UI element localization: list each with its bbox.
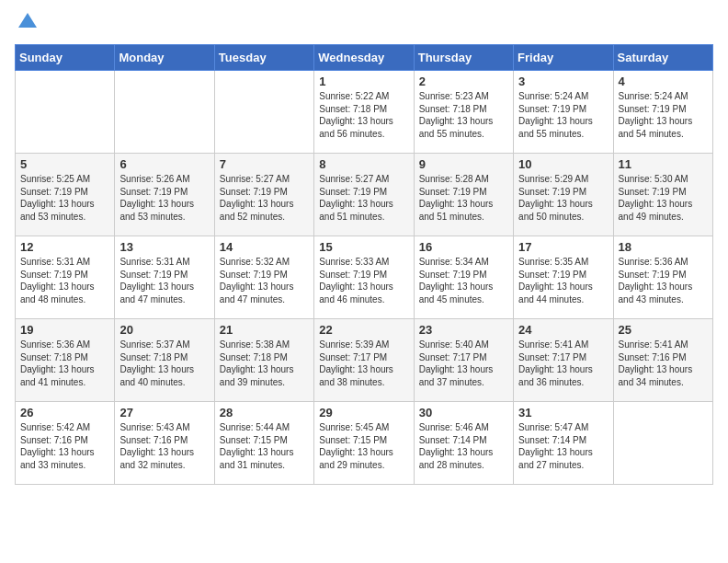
day-details: Sunrise: 5:27 AM Sunset: 7:19 PM Dayligh… xyxy=(220,173,309,223)
day-number: 6 xyxy=(119,157,209,171)
day-number: 20 xyxy=(119,323,209,337)
day-number: 9 xyxy=(419,157,508,171)
calendar-cell: 21Sunrise: 5:38 AM Sunset: 7:18 PM Dayli… xyxy=(214,319,313,402)
calendar-cell: 27Sunrise: 5:43 AM Sunset: 7:16 PM Dayli… xyxy=(115,402,214,485)
day-number: 29 xyxy=(319,406,408,419)
calendar-cell: 24Sunrise: 5:41 AM Sunset: 7:17 PM Dayli… xyxy=(514,319,613,402)
day-number: 1 xyxy=(319,75,408,88)
page-header xyxy=(15,15,713,33)
day-number: 8 xyxy=(319,157,408,171)
day-number: 4 xyxy=(619,75,708,88)
calendar-cell: 13Sunrise: 5:31 AM Sunset: 7:19 PM Dayli… xyxy=(115,236,214,319)
calendar-cell: 22Sunrise: 5:39 AM Sunset: 7:17 PM Dayli… xyxy=(314,319,414,402)
calendar-cell: 23Sunrise: 5:40 AM Sunset: 7:17 PM Dayli… xyxy=(414,319,513,402)
day-details: Sunrise: 5:45 AM Sunset: 7:15 PM Dayligh… xyxy=(319,421,408,471)
day-details: Sunrise: 5:26 AM Sunset: 7:19 PM Dayligh… xyxy=(119,173,209,223)
calendar-cell: 6Sunrise: 5:26 AM Sunset: 7:19 PM Daylig… xyxy=(115,154,214,236)
day-number: 25 xyxy=(619,323,708,337)
day-details: Sunrise: 5:36 AM Sunset: 7:18 PM Dayligh… xyxy=(20,339,109,388)
day-number: 10 xyxy=(518,157,608,171)
calendar-table: SundayMondayTuesdayWednesdayThursdayFrid… xyxy=(15,44,713,485)
day-details: Sunrise: 5:29 AM Sunset: 7:19 PM Dayligh… xyxy=(518,173,608,223)
day-header-thursday: Thursday xyxy=(414,45,513,71)
day-number: 7 xyxy=(220,157,309,171)
day-details: Sunrise: 5:22 AM Sunset: 7:18 PM Dayligh… xyxy=(319,90,408,140)
day-number: 14 xyxy=(220,240,309,254)
day-number: 23 xyxy=(419,323,508,337)
calendar-cell: 17Sunrise: 5:35 AM Sunset: 7:19 PM Dayli… xyxy=(514,236,613,319)
day-header-wednesday: Wednesday xyxy=(314,45,414,71)
calendar-cell: 2Sunrise: 5:23 AM Sunset: 7:18 PM Daylig… xyxy=(414,71,513,154)
day-details: Sunrise: 5:46 AM Sunset: 7:14 PM Dayligh… xyxy=(419,421,508,471)
day-details: Sunrise: 5:41 AM Sunset: 7:17 PM Dayligh… xyxy=(518,339,608,388)
calendar-cell: 10Sunrise: 5:29 AM Sunset: 7:19 PM Dayli… xyxy=(514,154,613,236)
calendar-cell: 18Sunrise: 5:36 AM Sunset: 7:19 PM Dayli… xyxy=(613,236,712,319)
day-number: 17 xyxy=(518,240,608,254)
calendar-cell: 12Sunrise: 5:31 AM Sunset: 7:19 PM Dayli… xyxy=(16,236,115,319)
calendar-cell: 25Sunrise: 5:41 AM Sunset: 7:16 PM Dayli… xyxy=(613,319,712,402)
day-number: 3 xyxy=(518,75,608,88)
calendar-week-row: 12Sunrise: 5:31 AM Sunset: 7:19 PM Dayli… xyxy=(16,236,713,319)
day-details: Sunrise: 5:44 AM Sunset: 7:15 PM Dayligh… xyxy=(220,421,309,471)
day-details: Sunrise: 5:47 AM Sunset: 7:14 PM Dayligh… xyxy=(518,421,608,471)
day-number: 19 xyxy=(20,323,109,337)
day-details: Sunrise: 5:24 AM Sunset: 7:19 PM Dayligh… xyxy=(518,90,608,140)
day-details: Sunrise: 5:41 AM Sunset: 7:16 PM Dayligh… xyxy=(619,339,708,388)
day-details: Sunrise: 5:27 AM Sunset: 7:19 PM Dayligh… xyxy=(319,173,408,223)
day-details: Sunrise: 5:25 AM Sunset: 7:19 PM Dayligh… xyxy=(20,173,109,223)
calendar-cell: 19Sunrise: 5:36 AM Sunset: 7:18 PM Dayli… xyxy=(16,319,115,402)
calendar-cell: 8Sunrise: 5:27 AM Sunset: 7:19 PM Daylig… xyxy=(314,154,414,236)
calendar-week-row: 19Sunrise: 5:36 AM Sunset: 7:18 PM Dayli… xyxy=(16,319,713,402)
day-details: Sunrise: 5:38 AM Sunset: 7:18 PM Dayligh… xyxy=(220,339,309,388)
calendar-cell: 29Sunrise: 5:45 AM Sunset: 7:15 PM Dayli… xyxy=(314,402,414,485)
day-details: Sunrise: 5:43 AM Sunset: 7:16 PM Dayligh… xyxy=(119,421,209,471)
day-details: Sunrise: 5:24 AM Sunset: 7:19 PM Dayligh… xyxy=(619,90,708,140)
calendar-week-row: 1Sunrise: 5:22 AM Sunset: 7:18 PM Daylig… xyxy=(16,71,713,154)
day-number: 12 xyxy=(20,240,109,254)
day-number: 27 xyxy=(119,406,209,419)
calendar-cell xyxy=(16,71,115,154)
calendar-cell: 30Sunrise: 5:46 AM Sunset: 7:14 PM Dayli… xyxy=(414,402,513,485)
day-header-monday: Monday xyxy=(115,45,214,71)
calendar-cell: 4Sunrise: 5:24 AM Sunset: 7:19 PM Daylig… xyxy=(613,71,712,154)
calendar-cell: 26Sunrise: 5:42 AM Sunset: 7:16 PM Dayli… xyxy=(16,402,115,485)
calendar-cell: 5Sunrise: 5:25 AM Sunset: 7:19 PM Daylig… xyxy=(16,154,115,236)
day-number: 24 xyxy=(518,323,608,337)
day-number: 31 xyxy=(518,406,608,419)
day-number: 11 xyxy=(619,157,708,171)
calendar-cell: 9Sunrise: 5:28 AM Sunset: 7:19 PM Daylig… xyxy=(414,154,513,236)
day-header-friday: Friday xyxy=(514,45,613,71)
day-details: Sunrise: 5:30 AM Sunset: 7:19 PM Dayligh… xyxy=(619,173,708,223)
day-number: 5 xyxy=(20,157,109,171)
logo-icon xyxy=(17,11,39,33)
day-details: Sunrise: 5:31 AM Sunset: 7:19 PM Dayligh… xyxy=(119,256,209,305)
day-details: Sunrise: 5:31 AM Sunset: 7:19 PM Dayligh… xyxy=(20,256,109,305)
calendar-header-row: SundayMondayTuesdayWednesdayThursdayFrid… xyxy=(16,45,713,71)
day-number: 28 xyxy=(220,406,309,419)
day-details: Sunrise: 5:37 AM Sunset: 7:18 PM Dayligh… xyxy=(119,339,209,388)
calendar-week-row: 26Sunrise: 5:42 AM Sunset: 7:16 PM Dayli… xyxy=(16,402,713,485)
day-details: Sunrise: 5:40 AM Sunset: 7:17 PM Dayligh… xyxy=(419,339,508,388)
day-number: 21 xyxy=(220,323,309,337)
day-number: 26 xyxy=(20,406,109,419)
day-details: Sunrise: 5:32 AM Sunset: 7:19 PM Dayligh… xyxy=(220,256,309,305)
day-details: Sunrise: 5:33 AM Sunset: 7:19 PM Dayligh… xyxy=(319,256,408,305)
day-details: Sunrise: 5:35 AM Sunset: 7:19 PM Dayligh… xyxy=(518,256,608,305)
day-number: 2 xyxy=(419,75,508,88)
calendar-cell xyxy=(214,71,313,154)
calendar-cell: 1Sunrise: 5:22 AM Sunset: 7:18 PM Daylig… xyxy=(314,71,414,154)
calendar-cell: 16Sunrise: 5:34 AM Sunset: 7:19 PM Dayli… xyxy=(414,236,513,319)
day-number: 15 xyxy=(319,240,408,254)
calendar-cell: 15Sunrise: 5:33 AM Sunset: 7:19 PM Dayli… xyxy=(314,236,414,319)
calendar-cell xyxy=(115,71,214,154)
calendar-cell: 7Sunrise: 5:27 AM Sunset: 7:19 PM Daylig… xyxy=(214,154,313,236)
day-header-sunday: Sunday xyxy=(16,45,115,71)
calendar-week-row: 5Sunrise: 5:25 AM Sunset: 7:19 PM Daylig… xyxy=(16,154,713,236)
logo xyxy=(15,15,39,33)
day-number: 30 xyxy=(419,406,508,419)
calendar-cell xyxy=(613,402,712,485)
calendar-cell: 28Sunrise: 5:44 AM Sunset: 7:15 PM Dayli… xyxy=(214,402,313,485)
day-number: 16 xyxy=(419,240,508,254)
day-number: 13 xyxy=(119,240,209,254)
day-details: Sunrise: 5:34 AM Sunset: 7:19 PM Dayligh… xyxy=(419,256,508,305)
